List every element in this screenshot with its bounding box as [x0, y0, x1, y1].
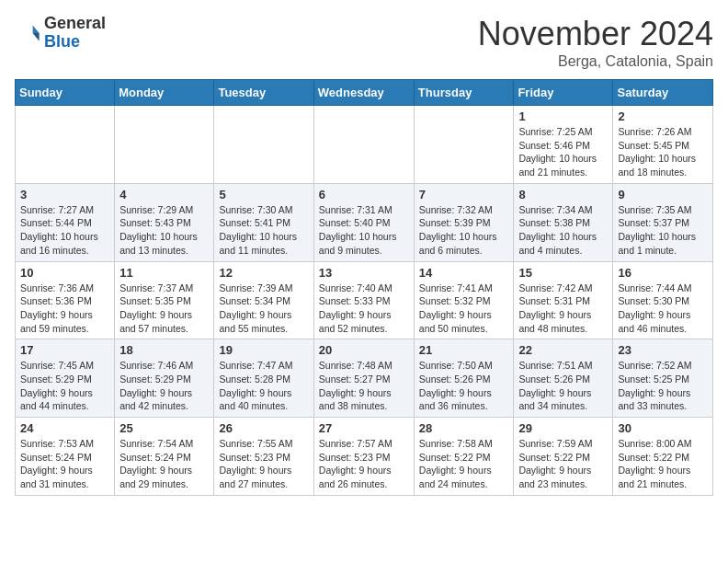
calendar-day-cell: 29Sunrise: 7:59 AM Sunset: 5:22 PM Dayli… — [514, 418, 613, 496]
logo-general: General — [44, 15, 106, 33]
day-info: Sunrise: 7:58 AM Sunset: 5:22 PM Dayligh… — [419, 437, 509, 491]
calendar-day-cell: 2Sunrise: 7:26 AM Sunset: 5:45 PM Daylig… — [613, 106, 713, 184]
calendar-day-cell: 26Sunrise: 7:55 AM Sunset: 5:23 PM Dayli… — [214, 418, 313, 496]
calendar-day-cell: 20Sunrise: 7:48 AM Sunset: 5:27 PM Dayli… — [313, 339, 414, 418]
day-number: 15 — [518, 266, 608, 280]
day-number: 28 — [419, 421, 509, 435]
day-number: 13 — [319, 266, 409, 280]
day-info: Sunrise: 7:34 AM Sunset: 5:38 PM Dayligh… — [518, 203, 608, 258]
calendar-day-cell: 30Sunrise: 8:00 AM Sunset: 5:22 PM Dayli… — [613, 418, 713, 496]
weekday-header: Tuesday — [214, 80, 313, 106]
day-info: Sunrise: 7:46 AM Sunset: 5:29 PM Dayligh… — [119, 359, 209, 413]
day-number: 7 — [419, 188, 509, 201]
svg-marker-1 — [33, 33, 40, 40]
calendar-day-cell — [16, 106, 115, 184]
day-number: 9 — [618, 188, 708, 201]
weekday-header: Friday — [514, 80, 613, 106]
day-number: 26 — [219, 421, 308, 435]
day-number: 24 — [20, 421, 109, 435]
day-number: 18 — [119, 343, 209, 357]
day-number: 1 — [518, 109, 608, 123]
day-info: Sunrise: 7:48 AM Sunset: 5:27 PM Dayligh… — [319, 359, 409, 413]
day-info: Sunrise: 7:45 AM Sunset: 5:29 PM Dayligh… — [20, 359, 109, 413]
calendar-day-cell: 7Sunrise: 7:32 AM Sunset: 5:39 PM Daylig… — [414, 183, 514, 261]
day-info: Sunrise: 7:27 AM Sunset: 5:44 PM Dayligh… — [20, 203, 109, 258]
day-number: 14 — [419, 266, 509, 280]
logo-text: General Blue — [44, 15, 106, 52]
weekday-header: Saturday — [613, 80, 713, 106]
calendar-day-cell: 19Sunrise: 7:47 AM Sunset: 5:28 PM Dayli… — [214, 339, 313, 418]
day-info: Sunrise: 7:31 AM Sunset: 5:40 PM Dayligh… — [319, 203, 409, 258]
calendar-week-row: 3Sunrise: 7:27 AM Sunset: 5:44 PM Daylig… — [16, 183, 713, 261]
day-info: Sunrise: 7:47 AM Sunset: 5:28 PM Dayligh… — [219, 359, 308, 413]
calendar-day-cell — [313, 106, 414, 184]
calendar-week-row: 10Sunrise: 7:36 AM Sunset: 5:36 PM Dayli… — [16, 261, 713, 339]
calendar-day-cell — [414, 106, 514, 184]
calendar-day-cell: 4Sunrise: 7:29 AM Sunset: 5:43 PM Daylig… — [115, 183, 214, 261]
calendar-day-cell: 14Sunrise: 7:41 AM Sunset: 5:32 PM Dayli… — [414, 261, 514, 339]
day-info: Sunrise: 7:26 AM Sunset: 5:45 PM Dayligh… — [618, 125, 708, 179]
day-number: 5 — [219, 188, 308, 201]
calendar-day-cell: 17Sunrise: 7:45 AM Sunset: 5:29 PM Dayli… — [16, 339, 115, 418]
calendar-day-cell: 22Sunrise: 7:51 AM Sunset: 5:26 PM Dayli… — [514, 339, 613, 418]
calendar-day-cell: 28Sunrise: 7:58 AM Sunset: 5:22 PM Dayli… — [414, 418, 514, 496]
calendar-day-cell: 23Sunrise: 7:52 AM Sunset: 5:25 PM Dayli… — [613, 339, 713, 418]
calendar-day-cell: 6Sunrise: 7:31 AM Sunset: 5:40 PM Daylig… — [313, 183, 414, 261]
day-number: 4 — [119, 188, 209, 201]
calendar-day-cell: 10Sunrise: 7:36 AM Sunset: 5:36 PM Dayli… — [16, 261, 115, 339]
day-info: Sunrise: 7:29 AM Sunset: 5:43 PM Dayligh… — [119, 203, 209, 258]
weekday-header: Wednesday — [313, 80, 414, 106]
month-title: November 2024 — [478, 15, 713, 53]
weekday-header: Sunday — [16, 80, 115, 106]
day-number: 10 — [20, 266, 109, 280]
calendar-day-cell: 12Sunrise: 7:39 AM Sunset: 5:34 PM Dayli… — [214, 261, 313, 339]
day-number: 11 — [119, 266, 209, 280]
day-info: Sunrise: 7:37 AM Sunset: 5:35 PM Dayligh… — [119, 282, 209, 336]
calendar-day-cell — [214, 106, 313, 184]
day-number: 17 — [20, 343, 109, 357]
weekday-header-row: SundayMondayTuesdayWednesdayThursdayFrid… — [16, 80, 713, 106]
day-number: 6 — [319, 188, 409, 201]
calendar-day-cell: 27Sunrise: 7:57 AM Sunset: 5:23 PM Dayli… — [313, 418, 414, 496]
day-info: Sunrise: 7:44 AM Sunset: 5:30 PM Dayligh… — [618, 282, 708, 336]
calendar-week-row: 1Sunrise: 7:25 AM Sunset: 5:46 PM Daylig… — [16, 106, 713, 184]
calendar-day-cell: 21Sunrise: 7:50 AM Sunset: 5:26 PM Dayli… — [414, 339, 514, 418]
calendar-day-cell: 5Sunrise: 7:30 AM Sunset: 5:41 PM Daylig… — [214, 183, 313, 261]
logo-icon — [15, 20, 40, 46]
day-number: 16 — [618, 266, 708, 280]
day-number: 12 — [219, 266, 308, 280]
title-block: November 2024 Berga, Catalonia, Spain — [478, 15, 713, 70]
calendar-day-cell: 13Sunrise: 7:40 AM Sunset: 5:33 PM Dayli… — [313, 261, 414, 339]
day-number: 3 — [20, 188, 109, 201]
calendar-day-cell: 8Sunrise: 7:34 AM Sunset: 5:38 PM Daylig… — [514, 183, 613, 261]
day-info: Sunrise: 7:42 AM Sunset: 5:31 PM Dayligh… — [518, 282, 608, 336]
logo: General Blue — [15, 15, 106, 52]
calendar-day-cell: 25Sunrise: 7:54 AM Sunset: 5:24 PM Dayli… — [115, 418, 214, 496]
day-info: Sunrise: 7:55 AM Sunset: 5:23 PM Dayligh… — [219, 437, 308, 491]
calendar-day-cell: 16Sunrise: 7:44 AM Sunset: 5:30 PM Dayli… — [613, 261, 713, 339]
day-number: 27 — [319, 421, 409, 435]
calendar-day-cell: 11Sunrise: 7:37 AM Sunset: 5:35 PM Dayli… — [115, 261, 214, 339]
day-info: Sunrise: 7:40 AM Sunset: 5:33 PM Dayligh… — [319, 282, 409, 336]
logo-blue: Blue — [44, 33, 106, 52]
day-number: 20 — [319, 343, 409, 357]
day-info: Sunrise: 7:52 AM Sunset: 5:25 PM Dayligh… — [618, 359, 708, 413]
day-info: Sunrise: 7:32 AM Sunset: 5:39 PM Dayligh… — [419, 203, 509, 258]
day-info: Sunrise: 7:53 AM Sunset: 5:24 PM Dayligh… — [20, 437, 109, 491]
day-number: 29 — [518, 421, 608, 435]
day-info: Sunrise: 7:41 AM Sunset: 5:32 PM Dayligh… — [419, 282, 509, 336]
calendar-table: SundayMondayTuesdayWednesdayThursdayFrid… — [15, 79, 713, 496]
calendar-day-cell: 24Sunrise: 7:53 AM Sunset: 5:24 PM Dayli… — [16, 418, 115, 496]
day-number: 23 — [618, 343, 708, 357]
calendar-day-cell: 3Sunrise: 7:27 AM Sunset: 5:44 PM Daylig… — [16, 183, 115, 261]
day-info: Sunrise: 7:35 AM Sunset: 5:37 PM Dayligh… — [618, 203, 708, 258]
location: Berga, Catalonia, Spain — [478, 53, 713, 70]
calendar-week-row: 24Sunrise: 7:53 AM Sunset: 5:24 PM Dayli… — [16, 418, 713, 496]
day-info: Sunrise: 7:39 AM Sunset: 5:34 PM Dayligh… — [219, 282, 308, 336]
day-number: 22 — [518, 343, 608, 357]
weekday-header: Thursday — [414, 80, 514, 106]
day-info: Sunrise: 7:36 AM Sunset: 5:36 PM Dayligh… — [20, 282, 109, 336]
calendar-day-cell: 15Sunrise: 7:42 AM Sunset: 5:31 PM Dayli… — [514, 261, 613, 339]
day-info: Sunrise: 7:57 AM Sunset: 5:23 PM Dayligh… — [319, 437, 409, 491]
day-number: 25 — [119, 421, 209, 435]
